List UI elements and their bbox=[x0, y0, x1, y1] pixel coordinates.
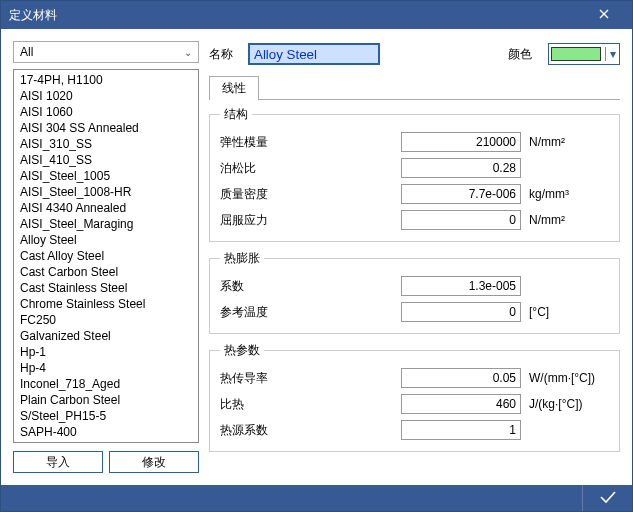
left-column: All ⌄ 17-4PH, H1100AISI 1020AISI 1060AIS… bbox=[13, 41, 199, 473]
content-area: All ⌄ 17-4PH, H1100AISI 1020AISI 1060AIS… bbox=[1, 29, 632, 485]
list-item[interactable]: Inconel_718_Aged bbox=[14, 376, 198, 392]
unit-ref-temp: [°C] bbox=[529, 305, 609, 319]
input-elastic-modulus[interactable] bbox=[401, 132, 521, 152]
list-item[interactable]: Cast Stainless Steel bbox=[14, 280, 198, 296]
label-specific-heat: 比热 bbox=[220, 396, 310, 413]
close-icon bbox=[599, 8, 609, 22]
label-conductivity: 热传导率 bbox=[220, 370, 310, 387]
label-ref-temp: 参考温度 bbox=[220, 304, 310, 321]
chevron-down-icon: ▾ bbox=[605, 47, 617, 61]
list-item[interactable]: Cast Alloy Steel bbox=[14, 248, 198, 264]
input-yield-stress[interactable] bbox=[401, 210, 521, 230]
unit-specific-heat: J/(kg·[°C]) bbox=[529, 397, 609, 411]
label-poisson: 泊松比 bbox=[220, 160, 310, 177]
group-structure: 结构 弹性模量 N/mm² 泊松比 质量密度 bbox=[209, 106, 620, 242]
input-conductivity[interactable] bbox=[401, 368, 521, 388]
list-item[interactable]: AISI 4340 Annealed bbox=[14, 200, 198, 216]
unit-conductivity: W/(mm·[°C]) bbox=[529, 371, 609, 385]
list-item[interactable]: SAPH-400 bbox=[14, 424, 198, 440]
list-item[interactable]: AISI_Steel_1005 bbox=[14, 168, 198, 184]
list-item[interactable]: Hp-1 bbox=[14, 344, 198, 360]
top-row: 名称 颜色 ▾ bbox=[209, 41, 620, 67]
list-item[interactable]: AISI_310_SS bbox=[14, 136, 198, 152]
name-input[interactable] bbox=[249, 44, 379, 64]
list-item[interactable]: S/Steel_PH15-5 bbox=[14, 408, 198, 424]
list-item[interactable]: FC250 bbox=[14, 312, 198, 328]
list-item[interactable]: Galvanized Steel bbox=[14, 328, 198, 344]
list-item[interactable]: Alloy Steel bbox=[14, 232, 198, 248]
group-thermal-param-legend: 热参数 bbox=[220, 342, 264, 359]
list-item[interactable]: Hp-4 bbox=[14, 360, 198, 376]
list-item[interactable]: 17-4PH, H1100 bbox=[14, 72, 198, 88]
filter-select[interactable]: All ⌄ bbox=[13, 41, 199, 63]
input-poisson[interactable] bbox=[401, 158, 521, 178]
row-specific-heat: 比热 J/(kg·[°C]) bbox=[220, 391, 609, 417]
label-heat-source-coef: 热源系数 bbox=[220, 422, 310, 439]
list-item[interactable]: Plain Carbon Steel bbox=[14, 392, 198, 408]
confirm-button[interactable] bbox=[582, 485, 632, 511]
input-specific-heat[interactable] bbox=[401, 394, 521, 414]
filter-value: All bbox=[20, 45, 33, 59]
label-mass-density: 质量密度 bbox=[220, 186, 310, 203]
group-thermal-params: 热参数 热传导率 W/(mm·[°C]) 比热 J/(kg·[°C]) bbox=[209, 342, 620, 452]
titlebar: 定义材料 bbox=[1, 1, 632, 29]
unit-mass-density: kg/mm³ bbox=[529, 187, 609, 201]
footer-bar bbox=[1, 485, 632, 511]
list-item[interactable]: AISI_Steel_Maraging bbox=[14, 216, 198, 232]
material-definition-window: 定义材料 All ⌄ 17-4PH, H1100AISI 1020AISI 10… bbox=[0, 0, 633, 512]
close-button[interactable] bbox=[584, 1, 624, 29]
row-conductivity: 热传导率 W/(mm·[°C]) bbox=[220, 365, 609, 391]
list-item[interactable]: AISI 1020 bbox=[14, 88, 198, 104]
color-picker[interactable]: ▾ bbox=[548, 43, 620, 65]
property-groups: 结构 弹性模量 N/mm² 泊松比 质量密度 bbox=[209, 100, 620, 473]
input-mass-density[interactable] bbox=[401, 184, 521, 204]
label-coefficient: 系数 bbox=[220, 278, 310, 295]
list-item[interactable]: AISI_Steel_1008-HR bbox=[14, 184, 198, 200]
row-heat-source-coef: 热源系数 bbox=[220, 417, 609, 443]
input-heat-source-coef[interactable] bbox=[401, 420, 521, 440]
row-coefficient: 系数 bbox=[220, 273, 609, 299]
chevron-down-icon: ⌄ bbox=[184, 47, 192, 58]
list-item[interactable]: Cast Carbon Steel bbox=[14, 264, 198, 280]
check-icon bbox=[599, 490, 617, 507]
group-thermal-exp-legend: 热膨胀 bbox=[220, 250, 264, 267]
input-ref-temp[interactable] bbox=[401, 302, 521, 322]
list-item[interactable]: AISI_410_SS bbox=[14, 152, 198, 168]
unit-yield-stress: N/mm² bbox=[529, 213, 609, 227]
window-title: 定义材料 bbox=[9, 7, 584, 24]
material-list[interactable]: 17-4PH, H1100AISI 1020AISI 1060AISI 304 … bbox=[13, 69, 199, 443]
row-ref-temp: 参考温度 [°C] bbox=[220, 299, 609, 325]
list-item[interactable]: Chrome Stainless Steel bbox=[14, 296, 198, 312]
modify-button[interactable]: 修改 bbox=[109, 451, 199, 473]
color-label: 颜色 bbox=[508, 46, 538, 63]
tab-linear[interactable]: 线性 bbox=[209, 76, 259, 100]
row-mass-density: 质量密度 kg/mm³ bbox=[220, 181, 609, 207]
unit-elastic-modulus: N/mm² bbox=[529, 135, 609, 149]
list-item[interactable]: AISI 304 SS Annealed bbox=[14, 120, 198, 136]
left-buttons: 导入 修改 bbox=[13, 451, 199, 473]
import-button[interactable]: 导入 bbox=[13, 451, 103, 473]
right-column: 名称 颜色 ▾ 线性 结构 弹性模量 bbox=[209, 41, 620, 473]
color-swatch bbox=[551, 47, 601, 61]
row-elastic-modulus: 弹性模量 N/mm² bbox=[220, 129, 609, 155]
group-thermal-expansion: 热膨胀 系数 参考温度 [°C] bbox=[209, 250, 620, 334]
row-yield-stress: 屈服应力 N/mm² bbox=[220, 207, 609, 233]
group-structure-legend: 结构 bbox=[220, 106, 252, 123]
label-elastic-modulus: 弹性模量 bbox=[220, 134, 310, 151]
input-coefficient[interactable] bbox=[401, 276, 521, 296]
list-item[interactable]: AISI 1060 bbox=[14, 104, 198, 120]
name-label: 名称 bbox=[209, 46, 239, 63]
label-yield-stress: 屈服应力 bbox=[220, 212, 310, 229]
row-poisson: 泊松比 bbox=[220, 155, 609, 181]
tab-bar: 线性 bbox=[209, 75, 620, 100]
